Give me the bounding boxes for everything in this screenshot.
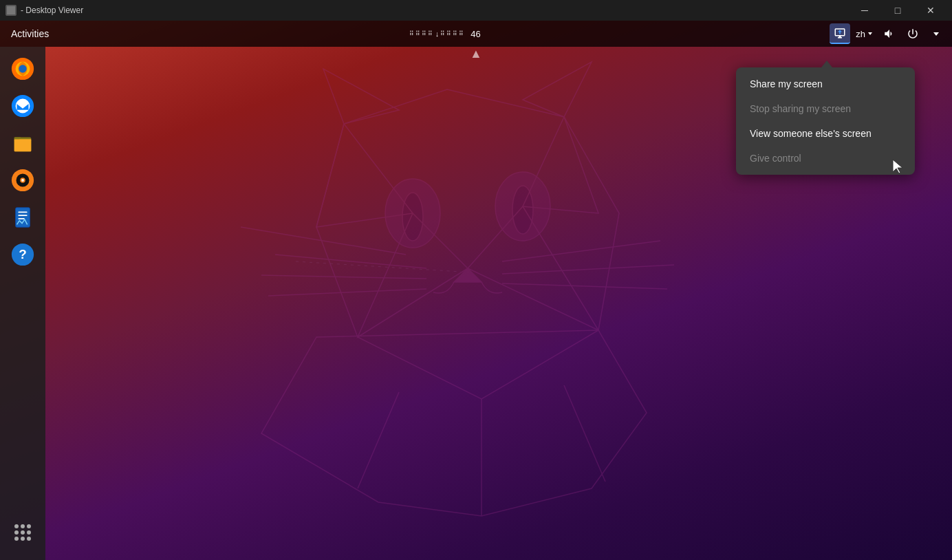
title-bar: - Desktop Viewer ─ □ ✕ bbox=[0, 0, 952, 21]
svg-rect-33 bbox=[14, 139, 32, 151]
svg-line-10 bbox=[261, 275, 426, 279]
maximize-button[interactable]: □ bbox=[882, 0, 913, 21]
svg-point-7 bbox=[512, 186, 533, 234]
svg-marker-3 bbox=[523, 62, 592, 117]
close-button[interactable]: ✕ bbox=[915, 0, 946, 21]
svg-marker-2 bbox=[323, 69, 399, 124]
svg-point-46 bbox=[21, 524, 25, 528]
svg-point-37 bbox=[21, 179, 24, 182]
svg-marker-20 bbox=[261, 330, 647, 516]
dock-item-firefox[interactable] bbox=[6, 52, 39, 85]
network-arrow-down: ↓ bbox=[435, 30, 440, 38]
svg-rect-41 bbox=[18, 215, 27, 216]
dock-item-writer[interactable] bbox=[6, 201, 39, 234]
share-screen-item[interactable]: Share my screen bbox=[736, 72, 915, 96]
topbar-right: zh bbox=[830, 23, 952, 44]
svg-point-51 bbox=[14, 537, 19, 541]
network-icon-area: ⠿⠿⠿⠿ ↓ ⠿⠿⠿⠿ bbox=[409, 30, 466, 38]
svg-marker-8 bbox=[454, 268, 482, 282]
svg-marker-25 bbox=[868, 32, 872, 35]
svg-line-11 bbox=[268, 289, 426, 296]
svg-line-13 bbox=[502, 241, 660, 261]
dock-item-rhythmbox[interactable] bbox=[6, 164, 39, 197]
dock: ? bbox=[0, 47, 45, 560]
svg-point-47 bbox=[27, 524, 31, 528]
up-arrow-indicator: ▲ bbox=[470, 47, 482, 61]
svg-text:?: ? bbox=[19, 247, 27, 261]
svg-rect-40 bbox=[18, 211, 27, 213]
svg-line-24 bbox=[296, 261, 461, 272]
svg-point-48 bbox=[14, 530, 19, 535]
svg-line-14 bbox=[502, 265, 674, 274]
menu-arrow-indicator bbox=[821, 61, 832, 67]
svg-point-45 bbox=[14, 524, 19, 528]
gnome-topbar: Activities ⠿⠿⠿⠿ ↓ ⠿⠿⠿⠿ 46 zh bbox=[0, 21, 952, 47]
language-label: zh bbox=[856, 29, 865, 39]
stop-sharing-item: Stop sharing my screen bbox=[736, 96, 915, 121]
screen-share-button[interactable] bbox=[830, 23, 850, 44]
view-screen-item[interactable]: View someone else's screen bbox=[736, 121, 915, 146]
language-indicator[interactable]: zh bbox=[853, 29, 876, 39]
svg-point-50 bbox=[27, 530, 31, 535]
network-dots-right: ⠿⠿⠿⠿ bbox=[440, 30, 465, 37]
svg-line-22 bbox=[358, 392, 399, 488]
svg-point-53 bbox=[27, 537, 31, 541]
window-title: - Desktop Viewer bbox=[21, 6, 849, 15]
svg-point-49 bbox=[21, 530, 25, 535]
dock-item-help[interactable]: ? bbox=[6, 238, 39, 271]
svg-marker-1 bbox=[316, 89, 619, 399]
svg-rect-42 bbox=[18, 218, 24, 219]
desktop: Activities ⠿⠿⠿⠿ ↓ ⠿⠿⠿⠿ 46 zh bbox=[0, 21, 952, 560]
give-control-item: Give control bbox=[736, 146, 915, 171]
svg-line-15 bbox=[502, 283, 667, 289]
power-button[interactable] bbox=[902, 23, 923, 44]
dock-item-files[interactable] bbox=[6, 127, 39, 160]
svg-point-29 bbox=[19, 65, 26, 72]
svg-line-23 bbox=[564, 385, 605, 482]
volume-button[interactable] bbox=[879, 23, 900, 44]
screen-share-menu: Share my screen Stop sharing my screen V… bbox=[736, 67, 915, 175]
show-applications-button[interactable] bbox=[6, 516, 39, 549]
svg-rect-0 bbox=[7, 6, 15, 14]
svg-point-6 bbox=[402, 193, 423, 241]
svg-rect-38 bbox=[16, 208, 30, 227]
clock-display: 46 bbox=[470, 29, 480, 39]
dock-item-thunderbird[interactable] bbox=[6, 89, 39, 122]
svg-point-52 bbox=[21, 537, 25, 541]
svg-marker-26 bbox=[933, 32, 939, 36]
network-dots-left: ⠿⠿⠿⠿ bbox=[409, 30, 434, 37]
svg-line-12 bbox=[241, 227, 406, 255]
app-icon bbox=[6, 5, 17, 16]
system-menu-button[interactable] bbox=[926, 23, 946, 44]
window-controls: ─ □ ✕ bbox=[849, 0, 946, 21]
minimize-button[interactable]: ─ bbox=[849, 0, 880, 21]
topbar-center: ⠿⠿⠿⠿ ↓ ⠿⠿⠿⠿ 46 bbox=[60, 29, 830, 39]
activities-button[interactable]: Activities bbox=[0, 21, 60, 47]
